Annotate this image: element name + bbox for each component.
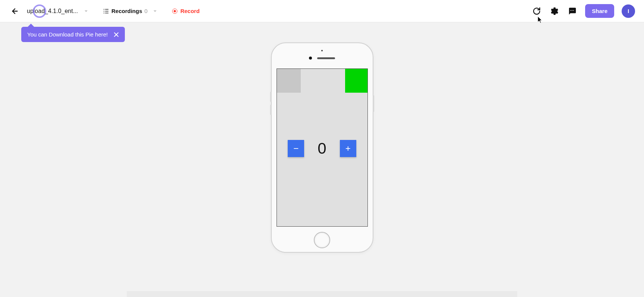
phone-power: [373, 95, 374, 112]
recordings-dropdown[interactable]: [151, 7, 159, 15]
svg-rect-6: [105, 13, 108, 13]
chevron-down-icon: [84, 9, 88, 13]
counter-row: − 0 +: [277, 140, 367, 157]
decrement-button[interactable]: −: [288, 140, 304, 157]
avatar[interactable]: I: [622, 4, 635, 18]
record-button[interactable]: Record: [172, 8, 200, 14]
header-left: upload_4.1.0_ent... Recordings 0 Record: [9, 5, 200, 17]
phone-volume-down: [270, 105, 272, 115]
chat-icon: [568, 7, 577, 15]
gear-icon: [550, 7, 559, 16]
phone-sensor: [321, 50, 323, 51]
record-label: Record: [180, 8, 200, 14]
tooltip-close-button[interactable]: [114, 32, 119, 37]
reload-button[interactable]: [531, 6, 542, 16]
svg-point-3: [104, 11, 104, 12]
recordings-section[interactable]: Recordings 0: [103, 7, 159, 15]
recordings-count: 0: [145, 8, 148, 14]
tooltip-text: You can Download this Pie here!: [27, 31, 108, 38]
recordings-label: Recordings: [111, 8, 142, 14]
reload-icon: [533, 7, 541, 15]
counter-value: 0: [318, 140, 326, 157]
svg-point-1: [104, 9, 104, 10]
download-tooltip: You can Download this Pie here!: [21, 27, 125, 42]
header: upload_4.1.0_ent... Recordings 0 Record …: [0, 0, 644, 22]
back-button[interactable]: [9, 5, 21, 17]
phone-volume-up: [270, 92, 272, 102]
phone-screen[interactable]: − 0 +: [277, 68, 368, 227]
phone-simulator: − 0 +: [271, 42, 373, 253]
header-right: Share I: [531, 4, 635, 18]
chevron-down-icon: [153, 9, 157, 13]
home-button[interactable]: [314, 232, 330, 248]
list-icon: [103, 8, 109, 14]
share-button[interactable]: Share: [585, 4, 614, 18]
main-canvas: You can Download this Pie here! − 0 +: [0, 22, 644, 297]
phone-speaker-row: [309, 57, 335, 60]
close-icon: [114, 32, 119, 37]
app-green-block[interactable]: [345, 69, 367, 93]
increment-button[interactable]: +: [340, 140, 356, 157]
svg-rect-4: [105, 11, 108, 11]
record-icon: [172, 9, 177, 14]
settings-button[interactable]: [549, 6, 560, 16]
project-dropdown[interactable]: [82, 7, 90, 15]
svg-point-5: [104, 13, 104, 13]
arrow-left-icon: [11, 7, 19, 15]
chat-button[interactable]: [567, 6, 578, 16]
app-gray-block[interactable]: [277, 69, 301, 93]
project-name[interactable]: upload_4.1.0_ent...: [27, 8, 78, 15]
bottom-bar: [127, 291, 517, 297]
svg-rect-2: [105, 9, 108, 9]
